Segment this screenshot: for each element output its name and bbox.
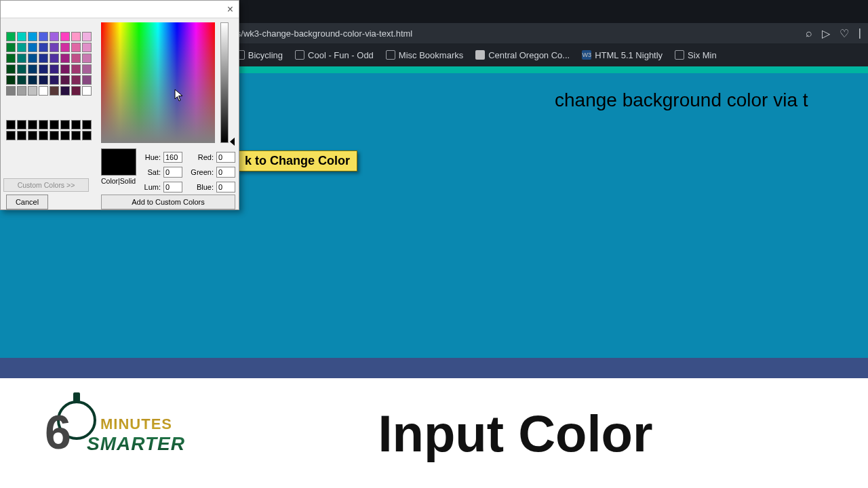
basic-color-swatch[interactable] [50,86,59,96]
define-custom-colors-button: Custom Colors >> [3,178,89,192]
basic-color-swatch[interactable] [39,43,48,52]
basic-color-swatch[interactable] [71,86,81,96]
basic-color-swatch[interactable] [60,54,70,63]
basic-color-swatch[interactable] [6,43,16,52]
basic-color-swatch[interactable] [50,32,59,41]
basic-color-swatch[interactable] [39,86,48,96]
basic-color-swatch[interactable] [17,43,26,52]
bookmark-misc[interactable]: Misc Bookmarks [386,50,463,60]
basic-color-swatch[interactable] [82,43,92,52]
logo-minutes: MINUTES [100,415,172,433]
basic-color-swatch[interactable] [17,86,26,96]
site-icon [475,50,485,60]
basic-color-swatch[interactable] [17,32,26,41]
basic-color-swatch[interactable] [50,64,59,74]
basic-color-swatch[interactable] [60,75,70,85]
basic-color-swatch[interactable] [6,32,16,41]
hue-input[interactable] [163,152,182,163]
bookmark-central-oregon[interactable]: Central Oregon Co... [475,50,570,60]
basic-color-swatch[interactable] [82,86,92,96]
basic-colors-grid[interactable] [6,32,92,96]
basic-color-swatch[interactable] [71,32,81,41]
basic-color-swatch[interactable] [82,32,92,41]
color-solid-label: Color|Solid [101,177,136,185]
sat-label: Sat: [143,168,161,176]
color-picker-dialog: × Custom Colors >> Cancel Color|Solid Hu… [0,0,239,210]
basic-color-swatch[interactable] [28,43,37,52]
basic-color-swatch[interactable] [6,75,16,85]
screenshot-icon[interactable]: ⌕ [806,27,812,39]
green-label: Green: [191,168,214,176]
change-color-button[interactable]: k to Change Color [237,150,357,171]
basic-color-swatch[interactable] [71,54,81,63]
hue-label: Hue: [143,153,161,161]
basic-color-swatch[interactable] [82,75,92,85]
basic-color-swatch[interactable] [17,75,26,85]
basic-color-swatch[interactable] [60,32,70,41]
basic-color-swatch[interactable] [50,54,59,63]
banner-stripe [0,358,868,378]
sat-input[interactable] [163,167,182,178]
rgb-inputs: Red: Green: Blue: [191,150,235,195]
basic-color-swatch[interactable] [82,64,92,74]
close-icon[interactable]: × [227,3,233,16]
basic-color-swatch[interactable] [28,32,37,41]
basic-color-swatch[interactable] [17,54,26,63]
custom-colors-grid[interactable] [6,120,92,140]
basic-color-swatch[interactable] [50,43,59,52]
bookmark-six-min[interactable]: Six Min [675,50,717,60]
basic-color-swatch[interactable] [39,54,48,63]
basic-color-swatch[interactable] [28,75,37,85]
basic-color-swatch[interactable] [28,86,37,96]
basic-color-swatch[interactable] [60,86,70,96]
divider-icon: | [859,27,861,39]
basic-color-swatch[interactable] [28,64,37,74]
basic-color-swatch[interactable] [6,64,16,74]
basic-color-swatch[interactable] [71,75,81,85]
cancel-button[interactable]: Cancel [6,195,48,209]
dialog-titlebar[interactable]: × [1,1,239,18]
banner-title: Input Color [217,404,868,463]
red-label: Red: [191,153,214,161]
blue-input[interactable] [216,182,235,192]
heart-icon[interactable]: ♡ [840,27,849,40]
color-preview-swatch [101,148,136,176]
blue-label: Blue: [191,183,214,191]
lum-label: Lum: [143,183,161,191]
folder-icon [675,50,684,60]
red-input[interactable] [216,152,235,163]
luminance-slider-thumb-icon[interactable] [230,138,235,146]
basic-color-swatch[interactable] [71,64,81,74]
basic-color-swatch[interactable] [28,54,37,63]
basic-color-swatch[interactable] [17,64,26,74]
basic-color-swatch[interactable] [39,75,48,85]
lum-input[interactable] [163,182,182,192]
folder-icon [295,50,304,60]
basic-color-swatch[interactable] [60,43,70,52]
logo-six: 6 [45,409,71,456]
basic-color-swatch[interactable] [71,43,81,52]
basic-color-swatch[interactable] [6,54,16,63]
video-title-banner: 6 MINUTES SMARTER Input Color [0,378,868,488]
folder-icon [386,50,395,60]
basic-color-swatch[interactable] [82,54,92,63]
basic-color-swatch[interactable] [6,86,16,96]
bookmark-cool-fun-odd[interactable]: Cool - Fun - Odd [295,50,374,60]
hsl-inputs: Hue: Sat: Lum: [143,150,182,195]
w3c-icon: W3 [582,50,591,60]
color-gradient-field[interactable] [101,22,215,143]
basic-color-swatch[interactable] [50,75,59,85]
bookmark-bicycling[interactable]: Bicycling [235,50,283,60]
page-title: change background color via t [555,89,808,111]
six-minutes-smarter-logo: 6 MINUTES SMARTER [41,392,217,474]
luminance-slider[interactable] [220,22,229,143]
bookmark-html51[interactable]: W3HTML 5.1 Nightly [582,50,663,60]
basic-color-swatch[interactable] [39,64,48,74]
add-to-custom-colors-button[interactable]: Add to Custom Colors [101,195,235,209]
basic-color-swatch[interactable] [39,32,48,41]
basic-color-swatch[interactable] [60,64,70,74]
reader-icon[interactable]: ▷ [822,27,830,40]
logo-smarter: SMARTER [87,433,185,455]
green-input[interactable] [216,167,235,178]
